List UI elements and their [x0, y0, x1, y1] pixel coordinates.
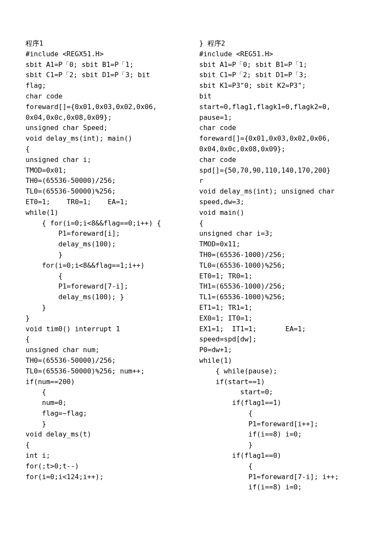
- right-column: } 程序2 #include <REG51.H> sbit A1=P「0; sb…: [199, 38, 367, 493]
- code-columns: 程序1 #include <REGX51.H> sbit A1=P「0; sbi…: [26, 38, 366, 493]
- left-column: 程序1 #include <REGX51.H> sbit A1=P「0; sbi…: [26, 38, 193, 493]
